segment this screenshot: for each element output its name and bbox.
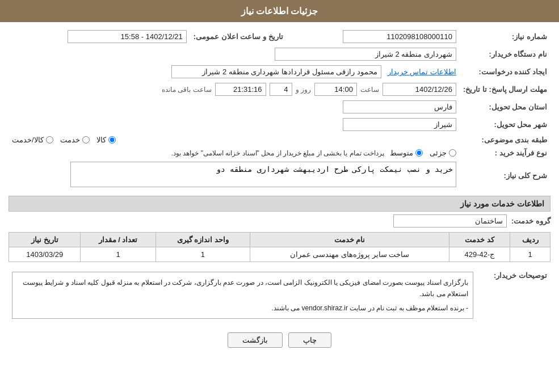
noFarayand-radio-motavas[interactable] — [415, 149, 423, 157]
tarifBandi-radio-kalaKhadamat[interactable] — [46, 136, 53, 144]
page-title: جزئیات اطلاعات نیاز — [241, 6, 318, 16]
mohlat-baqi-label: ساعت باقی مانده — [162, 86, 212, 94]
page-header: جزئیات اطلاعات نیاز — [0, 0, 559, 22]
tosif-table: توصیحات خریدار: بارگزاری اسناد پیوست بصو… — [9, 267, 550, 324]
cell-tarikh: 1403/03/29 — [9, 247, 81, 262]
col-tarikh: تاریخ نیاز — [9, 233, 81, 247]
noFarayand-option-motavas-label: متوسط — [390, 149, 413, 157]
cell-vahed: 1 — [155, 247, 250, 262]
mohlat-baqi: 21:31:16 — [215, 83, 266, 96]
col-tedad: تعداد / مقدار — [81, 233, 155, 247]
col-namKhadamat: نام خدمت — [250, 233, 449, 247]
tarifBandi-radio-kala[interactable] — [108, 136, 116, 144]
mohlat-label: مهلت ارسال پاسخ: تا تاریخ: — [460, 81, 550, 98]
col-kodKhadamat: کد خدمت — [449, 233, 510, 247]
top-info-table: شماره نیاز: 1102098108000110 تاریخ و ساع… — [9, 28, 550, 191]
table-row: 1ج-42-429ساخت سایر پروژه‌های مهندسی عمرا… — [9, 247, 550, 262]
ijadKonande-value: محمود رازقی مسئول قراردادها شهرداری منطق… — [171, 65, 381, 78]
namDastgah-value: شهرداری منطقه 2 شیراز — [275, 48, 456, 61]
shahrTahvil-value: شیراز — [343, 118, 456, 131]
services-section-header: اطلاعات خدمات مورد نیاز — [9, 196, 550, 212]
tarifBandi-option-kala[interactable]: کالا — [96, 136, 116, 144]
tarifBandi-option-kalaKhadamat[interactable]: کالا/خدمت — [12, 136, 53, 144]
sharhKoli-textarea[interactable] — [70, 162, 456, 187]
shomareNiaz-value: 1102098108000110 — [287, 28, 460, 45]
noFarayand-option-motavas[interactable]: متوسط — [390, 149, 423, 157]
cell-tedad: 1 — [81, 247, 155, 262]
tarifBandi-radio-khadamat[interactable] — [82, 136, 90, 144]
mohlat-saat: 14:00 — [314, 83, 357, 96]
ostanTahvil-label: استان محل تحویل: — [460, 98, 550, 116]
ostanTahvil-value: فارس — [343, 100, 456, 113]
sharhKoli-container — [12, 162, 456, 189]
tarifBandi-option-khadamat[interactable]: خدمت — [60, 136, 90, 144]
cell-namKhadamat: ساخت سایر پروژه‌های مهندسی عمران — [250, 247, 449, 262]
tarikheElam-label: تاریخ و ساعت اعلان عمومی: — [194, 32, 283, 41]
namDastgah-label: نام دستگاه خریدار: — [460, 45, 550, 63]
noFarayand-option-jozi[interactable]: جزئی — [430, 149, 456, 157]
mohlat-roz: 4 — [270, 83, 292, 96]
chap-button[interactable]: چاپ — [288, 332, 331, 348]
tosif-label: توصیحات خریدار: — [477, 267, 550, 324]
noFarayand-label: نوع فرآیند خرید : — [460, 146, 550, 159]
tarifBandi-option-khadamat-label: خدمت — [60, 136, 80, 144]
cell-kodKhadamat: ج-42-429 — [449, 247, 510, 262]
tarifBandi-group: کالا/خدمت خدمت کالا — [12, 136, 456, 144]
tarikheElam-value: 1402/12/21 - 15:58 — [68, 30, 187, 43]
shahrTahvil-label: شهر محل تحویل: — [460, 116, 550, 133]
noFarayand-note: پرداخت تمام یا بخشی از مبلغ خریدار از مح… — [171, 149, 384, 157]
mohlat-saat-label: ساعت — [360, 86, 379, 94]
groupKhadamat-row: گروه خدمت: ساختمان — [9, 214, 550, 227]
ijadKonande-link[interactable]: اطلاعات تماس خریدار — [388, 68, 456, 76]
mohlat-roz-label: روز و — [296, 86, 311, 94]
ijadKonande-label: ایجاد کننده درخواست: — [460, 63, 550, 81]
tosif-line2: - برنده استعلام موظف به ثبت نام در سایت … — [17, 302, 468, 314]
sharhKoli-label: شرح کلی نیاز: — [460, 159, 550, 191]
noFarayand-group: متوسط جزئی — [390, 149, 456, 157]
services-table: ردیف کد خدمت نام خدمت واحد اندازه گیری ت… — [9, 232, 550, 262]
noFarayand-radio-jozi[interactable] — [449, 149, 456, 157]
shomareNiaz-input: 1102098108000110 — [343, 30, 456, 43]
tosif-line1: بارگزاری اسناد پیوست بصورت امضای فیزیکی … — [17, 277, 468, 300]
col-vahed: واحد اندازه گیری — [155, 233, 250, 247]
tarifBandi-label: طبقه بندی موضوعی: — [460, 133, 550, 146]
groupKhadamat-value: ساختمان — [393, 214, 507, 227]
mohlat-date: 1402/12/26 — [383, 83, 456, 96]
tosif-box: بارگزاری اسناد پیوست بصورت امضای فیزیکی … — [12, 272, 473, 319]
main-content: شماره نیاز: 1102098108000110 تاریخ و ساع… — [0, 22, 559, 359]
buttons-row: چاپ بازگشت — [9, 332, 550, 348]
tarifBandi-option-kala-label: کالا — [96, 136, 106, 144]
groupKhadamat-label: گروه خدمت: — [511, 217, 550, 225]
col-radif: ردیف — [510, 233, 550, 247]
shomareNiaz-label: شماره نیاز: — [460, 28, 550, 45]
noFarayand-option-jozi-label: جزئی — [430, 149, 447, 157]
bazgasht-button[interactable]: بازگشت — [228, 332, 283, 348]
cell-radif: 1 — [510, 247, 550, 262]
tarifBandi-option-kalaKhadamat-label: کالا/خدمت — [12, 136, 44, 144]
page-wrapper: جزئیات اطلاعات نیاز شماره نیاز: 11020981… — [0, 0, 559, 392]
